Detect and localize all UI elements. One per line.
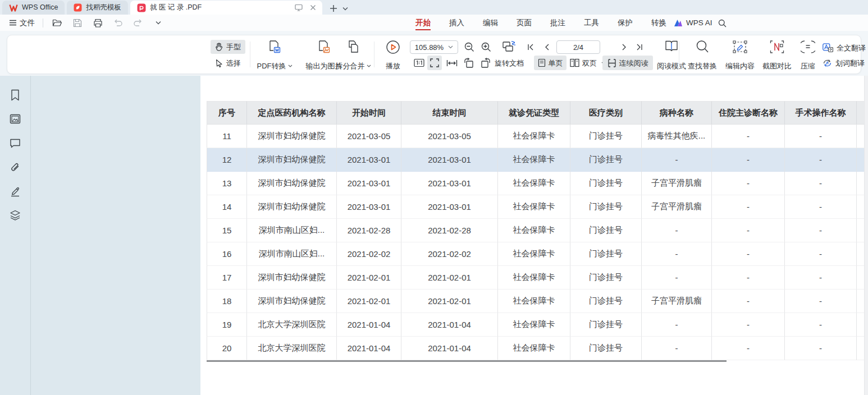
zoom-out-button[interactable] (463, 40, 476, 54)
table-cell: - (785, 313, 857, 337)
bookmarks-panel-button[interactable] (9, 89, 21, 101)
pdf-convert-label: PDF转换 (257, 62, 286, 70)
find-replace-label: 查找替换 (688, 62, 717, 70)
menu-tab-tools[interactable]: 工具 (584, 15, 599, 31)
table-cell: 17 (207, 266, 247, 290)
vertical-scrollbar[interactable] (864, 76, 868, 395)
menu-tab-convert[interactable]: 转换 (651, 15, 666, 31)
table-cell: 社会保障卡 (498, 290, 570, 313)
hand-tool-button[interactable]: 手型 (211, 40, 245, 54)
layers-panel-button[interactable] (9, 209, 21, 222)
find-replace-button[interactable]: 查找替换 (684, 40, 721, 70)
menu-tab-page[interactable]: 页面 (517, 15, 532, 31)
next-page-icon (622, 44, 627, 50)
table-cell: 深圳市妇幼保健院 (247, 148, 337, 172)
tab-wps-office[interactable]: WPS Office (2, 1, 65, 15)
zoom-out-icon (464, 42, 474, 52)
folder-open-icon (52, 19, 62, 27)
table-cell: 20 (207, 337, 247, 360)
printer-icon (93, 19, 103, 27)
quick-access-chevron[interactable] (152, 17, 165, 29)
table-cell: - (712, 266, 785, 290)
table-cell: - (785, 195, 857, 219)
table-cell: 深圳市南山区妇... (247, 242, 337, 266)
page-number-input[interactable]: 2/4 (556, 40, 600, 54)
compress-label: 压缩 (801, 62, 815, 70)
table-row: 20北京大学深圳医院2021-01-042021-01-04社会保障卡门诊挂号-… (207, 337, 868, 360)
replace-pages-button[interactable] (501, 39, 517, 54)
first-page-button[interactable] (525, 40, 536, 54)
monitor-icon[interactable] (294, 3, 304, 13)
fit-width-button[interactable] (445, 56, 459, 70)
rotate-right-button[interactable] (479, 56, 492, 70)
table-cell: - (712, 172, 785, 195)
play-button[interactable]: 播放 (380, 40, 406, 70)
table-cell: - (642, 242, 712, 266)
divider (43, 19, 43, 27)
table-cell: 北京大学深圳医院 (247, 337, 337, 360)
file-menu-button[interactable]: 文件 (9, 18, 35, 28)
menu-search-button[interactable] (715, 16, 729, 30)
table-cell: 12 (207, 148, 247, 172)
fit-page-button[interactable] (427, 56, 442, 70)
edit-content-button[interactable]: 编辑内容 (721, 40, 759, 70)
last-page-button[interactable] (634, 40, 645, 54)
full-translate-icon (823, 43, 833, 53)
signature-panel-button[interactable] (9, 185, 21, 198)
compress-button[interactable]: 压缩 (794, 40, 821, 70)
word-translate-icon (823, 58, 832, 68)
table-cell: - (712, 313, 785, 337)
pdf-page: 序号定点医药机构名称开始时间结束时间就诊凭证类型医疗类别病种名称住院主诊断名称手… (200, 76, 868, 395)
table-cell: - (785, 337, 857, 360)
tab-list-chevron[interactable] (340, 2, 350, 15)
tab-label: 找稻壳模板 (86, 4, 121, 11)
tab-docer-templates[interactable]: 找稻壳模板 (67, 1, 128, 15)
redo-button[interactable] (132, 17, 144, 29)
menu-tab-protect[interactable]: 保护 (618, 15, 633, 31)
table-cell: 14 (207, 195, 247, 219)
close-icon[interactable] (308, 3, 318, 13)
print-button[interactable] (92, 17, 104, 29)
double-page-button[interactable]: 双页 (570, 56, 606, 70)
menu-tab-edit[interactable]: 编辑 (483, 15, 498, 31)
plus-icon (330, 4, 337, 12)
single-page-button[interactable]: 单页 (534, 56, 567, 70)
single-page-icon (538, 58, 546, 67)
attachments-panel-button[interactable] (9, 161, 21, 173)
new-tab-button[interactable] (327, 2, 340, 15)
next-page-button[interactable] (619, 40, 629, 54)
zoom-in-button[interactable] (480, 40, 492, 54)
select-tool-button[interactable]: 选择 (211, 56, 245, 70)
table-cell: 社会保障卡 (498, 266, 570, 290)
menu-tab-insert[interactable]: 插入 (449, 15, 464, 31)
menu-tab-comment[interactable]: 批注 (550, 15, 565, 31)
rotate-document-button[interactable]: 旋转文档 (495, 56, 524, 70)
menu-tab-home[interactable]: 开始 (415, 15, 431, 31)
table-cell: - (642, 219, 712, 242)
continuous-reading-button[interactable]: 连续阅读 (602, 56, 653, 70)
table-header-cell: 结束时间 (401, 101, 498, 125)
table-cell: 门诊挂号 (570, 125, 642, 148)
zoom-level-select[interactable]: 105.88% (410, 40, 458, 54)
screenshot-compare-button[interactable]: 截图对比 (759, 40, 796, 70)
hand-tool-label: 手型 (226, 43, 241, 50)
rotate-left-button[interactable] (462, 56, 476, 70)
split-merge-button[interactable]: 拆分合并 (331, 40, 376, 70)
table-cell: 门诊挂号 (570, 195, 642, 219)
save-button[interactable] (71, 17, 84, 29)
window-tab-bar: WPS Office 找稻壳模板 就 医 记 录 .PDF (0, 0, 868, 15)
comments-panel-button[interactable] (9, 137, 21, 149)
prev-page-button[interactable] (542, 40, 552, 54)
actual-size-button[interactable] (413, 56, 425, 70)
find-replace-icon (696, 40, 709, 54)
word-translate-button[interactable]: 划词翻译 (823, 57, 868, 69)
pdf-convert-button[interactable]: PDF转换 (252, 40, 297, 70)
open-file-button[interactable] (51, 17, 63, 29)
full-text-translate-button[interactable]: 全文翻译 (823, 42, 866, 54)
chevron-down-icon (367, 65, 371, 67)
thumbnails-panel-button[interactable] (9, 113, 21, 125)
tab-document-pdf[interactable]: 就 医 记 录 .PDF (130, 1, 322, 15)
wps-ai-button[interactable]: WPS AI (674, 15, 712, 31)
undo-button[interactable] (112, 17, 124, 29)
table-cell: - (642, 313, 712, 337)
